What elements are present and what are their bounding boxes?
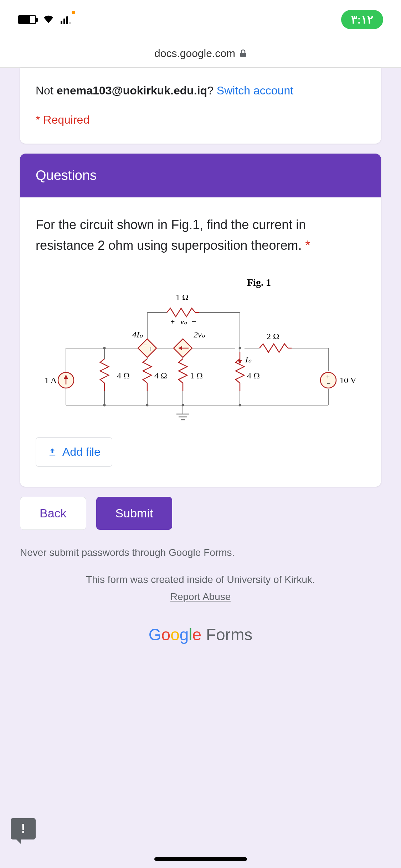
feedback-fab[interactable]: ! xyxy=(11,818,36,839)
section-header: Questions xyxy=(20,154,381,197)
form-header-card: Not enema103@uokirkuk.edu.iq? Switch acc… xyxy=(20,68,381,144)
back-button[interactable]: Back xyxy=(20,497,86,530)
upload-icon xyxy=(47,447,57,457)
svg-text:4 Ω: 4 Ω xyxy=(117,371,130,380)
home-indicator[interactable] xyxy=(154,857,247,861)
svg-text:1 A: 1 A xyxy=(45,376,57,385)
status-left xyxy=(18,14,71,25)
nav-row: Back Submit xyxy=(20,497,381,530)
svg-text:2 Ω: 2 Ω xyxy=(267,332,279,341)
svg-point-9 xyxy=(238,404,241,407)
question-text: For the circuit shown in Fig.1, find the… xyxy=(36,215,365,255)
add-file-button[interactable]: Add file xyxy=(36,437,112,467)
time-pill: ٣:١٢ xyxy=(341,10,383,29)
report-abuse-link[interactable]: Report Abuse xyxy=(170,591,231,602)
svg-text:1 Ω: 1 Ω xyxy=(190,371,203,380)
svg-text:4Iₒ: 4Iₒ xyxy=(132,330,143,339)
svg-point-2 xyxy=(103,347,106,350)
svg-text:2vₒ: 2vₒ xyxy=(194,330,205,339)
svg-text:+: + xyxy=(149,346,153,353)
svg-text:Fig. 1: Fig. 1 xyxy=(247,277,271,288)
svg-text:10 V: 10 V xyxy=(340,376,357,385)
svg-text:−: − xyxy=(327,380,330,387)
svg-text:+: + xyxy=(326,373,330,381)
question-section-card: Questions For the circuit shown in Fig.1… xyxy=(20,154,381,487)
svg-text:vₒ: vₒ xyxy=(180,317,187,326)
url-bar[interactable]: docs.google.com xyxy=(0,39,401,68)
svg-text:1 Ω: 1 Ω xyxy=(176,293,189,302)
circuit-figure: Fig. 1 xyxy=(36,273,365,423)
svg-point-6 xyxy=(103,404,106,407)
submit-button[interactable]: Submit xyxy=(96,497,173,530)
cellular-icon xyxy=(61,15,71,24)
account-switch-text: Not enema103@uokirkuk.edu.iq? Switch acc… xyxy=(36,82,365,99)
svg-text:4 Ω: 4 Ω xyxy=(247,371,260,380)
svg-text:−: − xyxy=(143,341,147,348)
svg-text:Iₒ: Iₒ xyxy=(245,355,252,364)
wifi-icon xyxy=(43,14,54,25)
google-forms-logo[interactable]: Google Forms xyxy=(20,625,381,644)
status-bar: ٣:١٢ xyxy=(0,0,401,39)
svg-text:−: − xyxy=(192,317,196,326)
battery-icon xyxy=(18,15,36,24)
url-text: docs.google.com xyxy=(154,47,235,60)
password-warning: Never submit passwords through Google Fo… xyxy=(20,547,381,558)
svg-rect-0 xyxy=(240,53,246,57)
svg-point-8 xyxy=(181,404,184,407)
user-email: enema103@uokirkuk.edu.iq xyxy=(57,84,207,97)
svg-text:4 Ω: 4 Ω xyxy=(154,371,167,380)
switch-account-link[interactable]: Switch account xyxy=(217,84,293,97)
org-notice: This form was created inside of Universi… xyxy=(20,571,381,605)
lock-icon xyxy=(240,49,247,58)
svg-text:+: + xyxy=(170,317,175,326)
svg-point-7 xyxy=(146,404,148,407)
svg-point-5 xyxy=(238,347,241,350)
required-note: * Required xyxy=(36,113,365,126)
